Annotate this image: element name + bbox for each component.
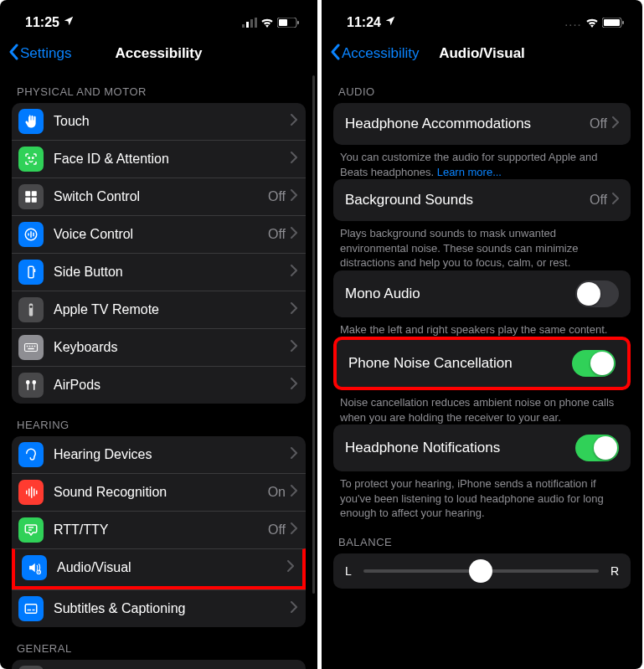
sound-wave-icon — [18, 480, 44, 505]
row-subtitles-captioning[interactable]: Subtitles & Captioning — [12, 589, 306, 627]
row-value: Off — [268, 189, 286, 204]
chevron-right-icon — [291, 601, 297, 616]
svg-rect-15 — [30, 231, 32, 238]
chevron-right-icon — [291, 265, 297, 280]
toggle-switch[interactable] — [572, 350, 616, 377]
row-phone-noise-cancellation[interactable]: Phone Noise Cancellation — [337, 340, 627, 387]
back-label: Accessibility — [342, 45, 420, 62]
chevron-right-icon — [291, 189, 297, 204]
svg-rect-29 — [31, 486, 33, 498]
chevron-right-icon — [291, 114, 297, 129]
group-footer: Make the left and right speakers play th… — [333, 317, 631, 337]
settings-group: Hearing DevicesSound RecognitionOnRTT/TT… — [12, 436, 306, 627]
row-touch[interactable]: Touch — [12, 103, 306, 140]
row-label: Audio/Visual — [57, 560, 287, 575]
chevron-right-icon — [291, 522, 297, 538]
row-sound-recognition[interactable]: Sound RecognitionOn — [12, 473, 306, 511]
svg-rect-18 — [34, 269, 36, 272]
voice-icon — [18, 222, 44, 247]
status-time: 11:24 — [347, 15, 381, 30]
row-label: Headphone Accommodations — [345, 116, 590, 132]
row-headphone-notifications[interactable]: Headphone Notifications — [333, 425, 631, 471]
battery-icon — [277, 18, 299, 28]
learn-more-link[interactable]: Learn more... — [437, 166, 502, 178]
row-value: Off — [268, 227, 286, 242]
row-label: Keyboards — [54, 340, 291, 355]
row-guided-access[interactable]: Guided AccessOff — [12, 660, 306, 669]
settings-group: Guided AccessOffSiriAccessibility Shortc… — [12, 660, 306, 669]
svg-point-7 — [28, 157, 30, 159]
toggle-switch[interactable] — [575, 280, 619, 307]
svg-rect-3 — [255, 18, 257, 28]
scrollbar[interactable] — [312, 75, 315, 594]
guided-access-icon — [18, 666, 44, 669]
group-footer: To protect your hearing, iPhone sends a … — [333, 471, 631, 521]
status-time: 11:25 — [25, 15, 59, 30]
row-label: Sound Recognition — [54, 485, 268, 500]
row-rtt-tty[interactable]: RTT/TTYOff — [12, 511, 306, 548]
svg-rect-12 — [32, 198, 37, 203]
group-footer: You can customize the audio for supporte… — [333, 145, 631, 179]
settings-group: TouchFace ID & AttentionSwitch ControlOf… — [12, 103, 306, 404]
rtt-icon — [18, 517, 44, 543]
svg-rect-22 — [27, 346, 28, 347]
slider-track[interactable] — [363, 569, 599, 573]
svg-rect-30 — [33, 489, 35, 497]
svg-rect-45 — [604, 19, 620, 26]
row-keyboards[interactable]: Keyboards — [12, 328, 306, 366]
settings-scroll[interactable]: AUDIOHeadphone AccommodationsOffYou can … — [322, 70, 642, 669]
chevron-right-icon — [287, 560, 294, 575]
row-voice-control[interactable]: Voice ControlOff — [12, 215, 306, 253]
row-face-id-attention[interactable]: Face ID & Attention — [12, 140, 306, 178]
balance-slider[interactable]: LR — [333, 553, 631, 589]
location-arrow-icon — [384, 15, 396, 30]
row-apple-tv-remote[interactable]: Apple TV Remote — [12, 291, 306, 328]
row-label: Voice Control — [54, 227, 268, 242]
row-hearing-devices[interactable]: Hearing Devices — [12, 436, 306, 473]
row-background-sounds[interactable]: Background SoundsOff — [333, 179, 631, 221]
settings-group: Mono Audio — [333, 270, 631, 317]
svg-rect-23 — [29, 346, 31, 347]
svg-rect-36 — [33, 610, 35, 611]
svg-point-8 — [33, 157, 34, 159]
remote-icon — [18, 297, 44, 322]
svg-rect-14 — [28, 234, 29, 236]
battery-icon — [602, 18, 624, 28]
status-bar: 11:24 .... — [322, 0, 642, 37]
row-airpods[interactable]: AirPods — [12, 366, 306, 404]
svg-rect-6 — [297, 21, 299, 24]
balance-left-label: L — [345, 564, 352, 578]
back-label: Settings — [20, 45, 71, 62]
svg-rect-2 — [250, 19, 253, 28]
row-value: On — [268, 485, 286, 500]
back-button[interactable]: Accessibility — [330, 44, 420, 64]
row-side-button[interactable]: Side Button — [12, 253, 306, 291]
svg-rect-16 — [33, 233, 34, 237]
svg-rect-24 — [32, 346, 33, 347]
row-value: Off — [590, 116, 607, 131]
row-label: Side Button — [54, 265, 291, 280]
row-headphone-accommodations[interactable]: Headphone AccommodationsOff — [333, 103, 631, 145]
settings-group: Background SoundsOff — [333, 179, 631, 221]
balance-right-label: R — [611, 564, 619, 578]
row-label: Subtitles & Captioning — [54, 601, 291, 616]
toggle-switch[interactable] — [575, 435, 619, 461]
location-arrow-icon — [63, 15, 75, 30]
svg-rect-1 — [246, 22, 249, 28]
row-label: Touch — [54, 114, 291, 129]
back-button[interactable]: Settings — [8, 44, 71, 64]
row-mono-audio[interactable]: Mono Audio — [333, 270, 631, 317]
svg-rect-0 — [242, 24, 245, 28]
settings-scroll[interactable]: PHYSICAL AND MOTORTouchFace ID & Attenti… — [0, 70, 317, 669]
svg-rect-35 — [28, 610, 32, 611]
svg-rect-26 — [28, 348, 34, 350]
slider-thumb[interactable] — [469, 559, 492, 583]
section-header: PHYSICAL AND MOTOR — [12, 70, 306, 103]
settings-group: Headphone AccommodationsOff — [333, 103, 631, 145]
chevron-right-icon — [291, 447, 297, 462]
row-switch-control[interactable]: Switch ControlOff — [12, 178, 306, 215]
svg-point-20 — [30, 306, 33, 308]
row-audio-visual[interactable]: Audio/Visual — [12, 548, 306, 589]
row-label: Phone Noise Cancellation — [348, 355, 572, 372]
wifi-icon — [585, 18, 599, 28]
